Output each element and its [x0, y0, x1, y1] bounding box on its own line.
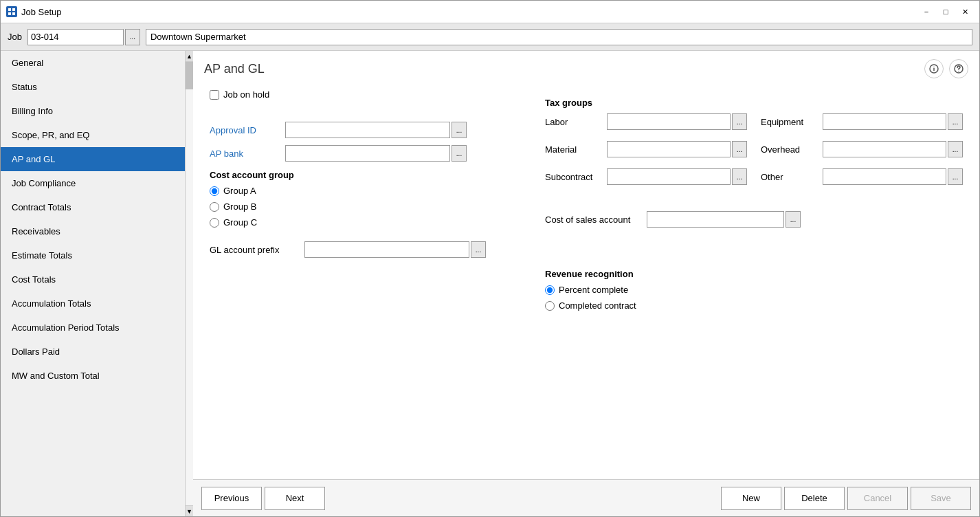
- completed-contract-radio-item: Completed contract: [545, 300, 963, 311]
- other-input[interactable]: [823, 168, 946, 185]
- sidebar-item-job-compliance[interactable]: Job Compliance: [1, 171, 185, 195]
- left-column: Job on hold Approval ID ...: [210, 89, 517, 319]
- svg-rect-0: [8, 8, 11, 11]
- approval-id-browse-button[interactable]: ...: [452, 122, 467, 138]
- job-input[interactable]: [27, 29, 124, 45]
- sidebar-item-mw-custom-total[interactable]: MW and Custom Total: [1, 364, 185, 388]
- app-icon: [6, 6, 17, 17]
- svg-rect-2: [8, 12, 11, 15]
- job-on-hold-checkbox[interactable]: [210, 90, 219, 100]
- minimize-button[interactable]: −: [917, 5, 935, 19]
- job-label: Job: [8, 32, 22, 42]
- scroll-up-button[interactable]: ▲: [186, 51, 193, 62]
- job-header: Job ...: [1, 23, 979, 51]
- scroll-track: [186, 62, 193, 505]
- overhead-input[interactable]: [823, 141, 946, 157]
- group-b-label: Group B: [223, 201, 256, 212]
- sidebar-item-accumulation-totals[interactable]: Accumulation Totals: [1, 292, 185, 316]
- sidebar-item-dollars-paid[interactable]: Dollars Paid: [1, 340, 185, 364]
- group-a-radio-item: Group A: [210, 186, 517, 196]
- other-row: Other ...: [761, 168, 963, 185]
- delete-button[interactable]: Delete: [784, 487, 845, 510]
- help-icon-button[interactable]: [949, 59, 968, 78]
- group-a-radio[interactable]: [210, 186, 219, 196]
- percent-complete-label: Percent complete: [559, 285, 628, 295]
- other-label: Other: [761, 172, 823, 182]
- gl-prefix-browse-button[interactable]: ...: [471, 241, 486, 258]
- cancel-button[interactable]: Cancel: [847, 487, 908, 510]
- overhead-row: Overhead ...: [761, 141, 963, 157]
- next-button[interactable]: Next: [265, 487, 325, 510]
- previous-button[interactable]: Previous: [201, 487, 262, 510]
- maximize-button[interactable]: □: [937, 5, 955, 19]
- ap-bank-input-wrapper: ...: [285, 145, 467, 162]
- scroll-down-button[interactable]: ▼: [186, 505, 193, 516]
- section-title: AP and GL: [204, 62, 265, 76]
- sidebar-item-ap-and-gl[interactable]: AP and GL: [1, 147, 185, 171]
- ap-bank-input[interactable]: [285, 145, 450, 162]
- subcontract-input[interactable]: [607, 168, 731, 185]
- ap-bank-label: AP bank: [210, 148, 285, 159]
- ap-bank-browse-button[interactable]: ...: [452, 145, 467, 162]
- subcontract-row: Subcontract ...: [545, 168, 747, 185]
- sidebar-item-estimate-totals[interactable]: Estimate Totals: [1, 243, 185, 267]
- other-input-wrapper: ...: [823, 168, 963, 185]
- sidebar-item-accumulation-period-totals[interactable]: Accumulation Period Totals: [1, 316, 185, 340]
- main-content: GeneralStatusBilling InfoScope, PR, and …: [1, 51, 979, 516]
- percent-complete-radio-item: Percent complete: [545, 285, 963, 295]
- material-input[interactable]: [607, 141, 731, 157]
- equipment-browse-button[interactable]: ...: [948, 113, 963, 130]
- cost-account-group-title: Cost account group: [210, 170, 517, 180]
- revenue-recognition-section: Revenue recognition Percent complete Com…: [545, 269, 963, 311]
- sidebar-item-general[interactable]: General: [1, 51, 185, 75]
- group-c-radio[interactable]: [210, 218, 219, 228]
- cost-account-section: Cost account group Group A Group B: [210, 170, 517, 228]
- equipment-row: Equipment ...: [761, 113, 963, 130]
- material-row: Material ...: [545, 141, 747, 157]
- sidebar-item-cost-totals[interactable]: Cost Totals: [1, 267, 185, 292]
- bottom-bar: Previous Next New Delete Cancel Save: [193, 479, 979, 516]
- equipment-input[interactable]: [823, 113, 946, 130]
- labor-input[interactable]: [607, 113, 731, 130]
- job-on-hold-label: Job on hold: [223, 89, 269, 100]
- gl-account-prefix-input[interactable]: [304, 241, 469, 258]
- cost-of-sales-input[interactable]: [647, 211, 784, 228]
- other-browse-button[interactable]: ...: [948, 168, 963, 185]
- material-browse-button[interactable]: ...: [732, 141, 747, 157]
- group-c-label: Group C: [223, 217, 257, 228]
- labor-browse-button[interactable]: ...: [732, 113, 747, 130]
- completed-contract-radio[interactable]: [545, 301, 555, 311]
- cost-of-sales-row: Cost of sales account ...: [545, 211, 963, 228]
- approval-id-input[interactable]: [285, 122, 450, 138]
- bottom-left-buttons: Previous Next: [201, 487, 325, 510]
- close-button[interactable]: ✕: [956, 5, 974, 19]
- main-window: Job Setup − □ ✕ Job ... GeneralStatusBil…: [0, 0, 980, 517]
- sidebar-item-receivables[interactable]: Receivables: [1, 219, 185, 243]
- ap-bank-row: AP bank ...: [210, 145, 517, 162]
- sidebar-items: GeneralStatusBilling InfoScope, PR, and …: [1, 51, 185, 388]
- sidebar-scrollbar: ▲ ▼: [185, 51, 193, 516]
- sidebar-item-contract-totals[interactable]: Contract Totals: [1, 195, 185, 219]
- sidebar-item-status[interactable]: Status: [1, 75, 185, 99]
- job-name-input[interactable]: [146, 29, 972, 45]
- new-button[interactable]: New: [721, 487, 781, 510]
- cost-of-sales-label: Cost of sales account: [545, 214, 641, 225]
- bottom-right-buttons: New Delete Cancel Save: [721, 487, 971, 510]
- sidebar-item-scope-pr-eq[interactable]: Scope, PR, and EQ: [1, 123, 185, 147]
- overhead-browse-button[interactable]: ...: [948, 141, 963, 157]
- group-b-radio[interactable]: [210, 202, 219, 212]
- window-title: Job Setup: [21, 7, 62, 17]
- percent-complete-radio[interactable]: [545, 285, 555, 295]
- equipment-input-wrapper: ...: [823, 113, 963, 130]
- svg-rect-3: [12, 12, 15, 15]
- info-icon-button[interactable]: [924, 59, 944, 78]
- save-button[interactable]: Save: [911, 487, 971, 510]
- group-b-radio-item: Group B: [210, 201, 517, 212]
- job-browse-button[interactable]: ...: [125, 29, 140, 45]
- approval-id-row: Approval ID ...: [210, 122, 517, 138]
- subcontract-browse-button[interactable]: ...: [732, 168, 747, 185]
- cost-of-sales-browse-button[interactable]: ...: [786, 211, 801, 228]
- sidebar-item-billing-info[interactable]: Billing Info: [1, 99, 185, 123]
- labor-label: Labor: [545, 117, 607, 127]
- right-column: Tax groups Labor ... Equi: [545, 89, 963, 319]
